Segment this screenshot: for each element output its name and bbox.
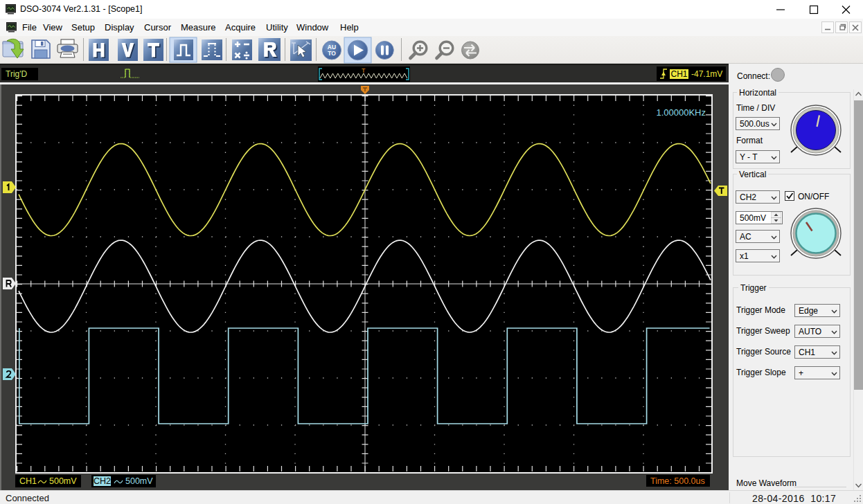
svg-text:1.00000KHz: 1.00000KHz bbox=[656, 107, 706, 118]
svg-text:TO: TO bbox=[328, 50, 336, 57]
